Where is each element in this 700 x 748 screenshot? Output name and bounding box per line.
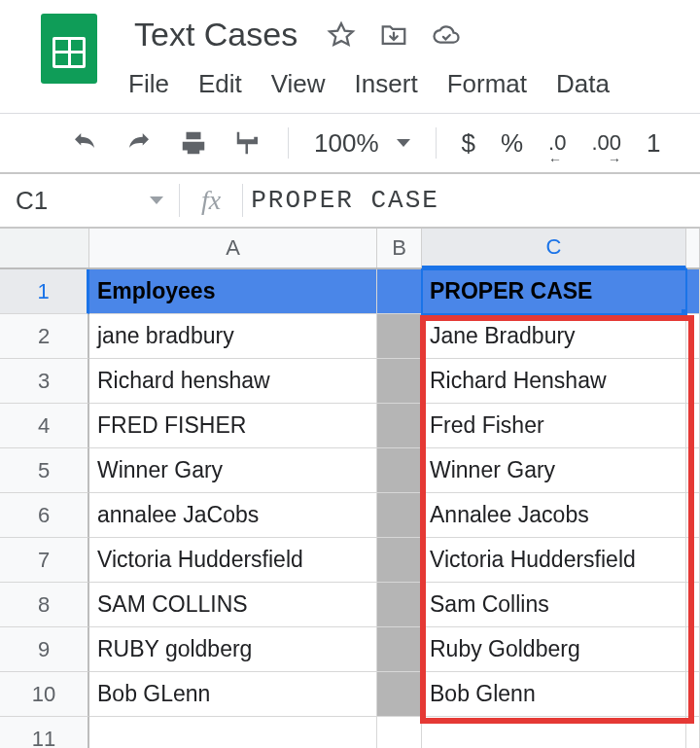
table-row: 1 Employees PROPER CASE <box>0 269 700 314</box>
cell[interactable] <box>422 717 686 748</box>
undo-icon[interactable] <box>70 128 99 158</box>
cell[interactable] <box>377 448 422 493</box>
column-header-C[interactable]: C <box>422 229 686 268</box>
cell[interactable]: Fred Fisher <box>422 404 686 448</box>
chevron-down-icon <box>397 139 410 147</box>
title-block: Text Cases File Edit View Insert Format … <box>128 14 700 99</box>
cell[interactable]: Winner Gary <box>422 448 686 493</box>
cell[interactable] <box>377 359 422 404</box>
name-box[interactable]: C1 <box>0 174 179 227</box>
cell-D1[interactable] <box>686 269 700 314</box>
cell[interactable] <box>686 583 700 627</box>
row-header[interactable]: 2 <box>0 314 89 359</box>
cell[interactable] <box>686 359 700 404</box>
cell[interactable] <box>686 717 700 748</box>
row-header[interactable]: 9 <box>0 627 89 672</box>
redo-icon[interactable] <box>124 128 154 158</box>
print-icon[interactable] <box>179 128 208 158</box>
document-title[interactable]: Text Cases <box>128 14 303 55</box>
cell[interactable]: Jane Bradbury <box>422 314 686 359</box>
row-header[interactable]: 11 <box>0 717 89 748</box>
menu-edit[interactable]: Edit <box>198 69 242 99</box>
cell[interactable] <box>377 538 422 583</box>
decrease-decimals-button[interactable]: .0 <box>548 130 566 156</box>
cell[interactable]: jane bradbury <box>89 314 377 359</box>
row-header[interactable]: 7 <box>0 538 89 583</box>
grid-rows: 1 Employees PROPER CASE 2 jane bradbury … <box>0 269 700 748</box>
cell[interactable]: Sam Collins <box>422 583 686 627</box>
column-header-B[interactable]: B <box>377 229 422 267</box>
selection-handle[interactable] <box>682 309 686 314</box>
cell[interactable] <box>686 493 700 538</box>
star-icon[interactable] <box>327 20 356 50</box>
column-header-D[interactable] <box>686 229 700 267</box>
cell[interactable]: FRED FISHER <box>89 404 377 448</box>
cell[interactable]: Winner Gary <box>89 448 377 493</box>
row-header[interactable]: 10 <box>0 672 89 717</box>
menu-view[interactable]: View <box>271 69 326 99</box>
table-row: 3 Richard henshaw Richard Henshaw <box>0 359 700 404</box>
paint-format-icon[interactable] <box>233 128 262 158</box>
cell[interactable]: Victoria Huddersfield <box>422 538 686 583</box>
cell[interactable]: Victoria Huddersfield <box>89 538 377 583</box>
row-header[interactable]: 6 <box>0 493 89 538</box>
currency-button[interactable]: $ <box>462 128 475 159</box>
cell[interactable] <box>686 404 700 448</box>
cell[interactable]: Annalee Jacobs <box>422 493 686 538</box>
zoom-dropdown[interactable]: 100% <box>314 128 410 159</box>
cell[interactable] <box>377 404 422 448</box>
row-header[interactable]: 3 <box>0 359 89 404</box>
toolbar-tail[interactable]: 1 <box>647 128 660 159</box>
cell[interactable] <box>377 314 422 359</box>
cell[interactable]: Bob GLenn <box>89 672 377 717</box>
move-to-folder-icon[interactable] <box>379 20 408 50</box>
formula-input[interactable]: PROPER CASE <box>243 186 700 215</box>
cell[interactable] <box>377 672 422 717</box>
cell-A1[interactable]: Employees <box>89 269 377 314</box>
cell[interactable]: SAM COLLINS <box>89 583 377 627</box>
menu-file[interactable]: File <box>128 69 169 99</box>
cell[interactable] <box>89 717 377 748</box>
row-header[interactable]: 5 <box>0 448 89 493</box>
toolbar: 100% $ % .0 .00 1 <box>0 114 700 174</box>
column-header-A[interactable]: A <box>89 229 377 267</box>
cloud-saved-icon[interactable] <box>432 20 461 50</box>
formula-bar: C1 fx PROPER CASE <box>0 174 700 229</box>
cell[interactable] <box>377 583 422 627</box>
row-header[interactable]: 1 <box>0 269 89 314</box>
cell[interactable]: Bob Glenn <box>422 672 686 717</box>
increase-decimals-button[interactable]: .00 <box>591 130 621 156</box>
select-all-corner[interactable] <box>0 229 89 267</box>
cell[interactable] <box>377 627 422 672</box>
cell-B1[interactable] <box>377 269 422 314</box>
cell[interactable] <box>686 672 700 717</box>
cell[interactable] <box>686 627 700 672</box>
menu-data[interactable]: Data <box>556 69 610 99</box>
column-header-row: A B C <box>0 229 700 269</box>
percent-button[interactable]: % <box>501 128 523 159</box>
cell[interactable]: Richard henshaw <box>89 359 377 404</box>
table-row: 4 FRED FISHER Fred Fisher <box>0 404 700 448</box>
cell[interactable] <box>686 314 700 359</box>
cell[interactable]: RUBY goldberg <box>89 627 377 672</box>
row-header[interactable]: 4 <box>0 404 89 448</box>
zoom-value: 100% <box>314 128 379 159</box>
cell[interactable]: Richard Henshaw <box>422 359 686 404</box>
table-row: 11 <box>0 717 700 748</box>
cell[interactable] <box>686 538 700 583</box>
cell[interactable]: Ruby Goldberg <box>422 627 686 672</box>
chevron-down-icon <box>150 196 163 204</box>
cell-C1[interactable]: PROPER CASE <box>422 269 686 314</box>
cell[interactable] <box>377 493 422 538</box>
menu-format[interactable]: Format <box>447 69 527 99</box>
sheets-logo-icon <box>41 14 97 84</box>
name-box-value: C1 <box>16 186 48 216</box>
spreadsheet-grid: A B C 1 Employees PROPER CASE 2 jane bra… <box>0 229 700 748</box>
fx-label: fx <box>180 185 242 216</box>
cell[interactable] <box>686 448 700 493</box>
cell[interactable] <box>377 717 422 748</box>
menu-insert[interactable]: Insert <box>355 69 418 99</box>
row-header[interactable]: 8 <box>0 583 89 627</box>
table-row: 10 Bob GLenn Bob Glenn <box>0 672 700 717</box>
cell[interactable]: annalee JaCobs <box>89 493 377 538</box>
